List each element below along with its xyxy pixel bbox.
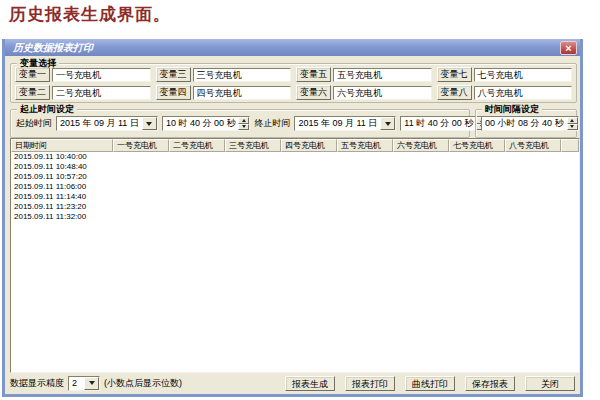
end-date-combo[interactable]: 2015 年 09 月 11 日 [294, 116, 396, 131]
history-report-dialog: 历史数据报表打印 × 变量选择 变量一 一号充电机 变量三 三号充电机 变量五 … [2, 39, 583, 397]
report-table: 日期时间 一号充电机 二号充电机 三号充电机 四号充电机 五号充电机 六号充电机… [10, 138, 580, 373]
precision-value: 2 [69, 377, 84, 390]
spin-down-icon[interactable] [567, 124, 578, 131]
variable-2-button[interactable]: 变量二 [15, 85, 50, 100]
chevron-down-icon[interactable] [380, 117, 395, 130]
column-header-filler [561, 139, 579, 152]
variable-pair-6: 变量六 六号充电机 [296, 85, 432, 100]
variable-pair-3: 变量三 三号充电机 [156, 67, 292, 82]
spin-down-icon[interactable] [238, 124, 249, 131]
variable-pair-8: 变量八 八号充电机 [437, 85, 573, 100]
print-report-button[interactable]: 报表打印 [345, 376, 395, 391]
variable-8-button[interactable]: 变量八 [437, 85, 472, 100]
print-curve-button[interactable]: 曲线打印 [405, 376, 455, 391]
table-row: 2015.09.11 10:40:00 [11, 152, 579, 162]
column-header-charger-7[interactable]: 七号充电机 [449, 139, 505, 152]
variable-2-field[interactable]: 二号充电机 [52, 86, 151, 100]
variable-pair-1: 变量一 一号充电机 [15, 67, 151, 82]
start-time-label: 起始时间 [16, 117, 52, 130]
interval-value: 00 小时 08 分 40 秒 [482, 117, 567, 130]
start-date-combo[interactable]: 2015 年 09 月 11 日 [56, 116, 158, 131]
variable-pair-7: 变量七 七号充电机 [437, 67, 573, 82]
table-row: 2015.09.11 11:14:40 [11, 192, 579, 202]
dialog-title: 历史数据报表打印 [13, 41, 560, 55]
end-time-label: 终止时间 [254, 117, 290, 130]
variable-3-button[interactable]: 变量三 [156, 67, 191, 82]
variable-4-field[interactable]: 四号充电机 [193, 86, 292, 100]
variable-7-button[interactable]: 变量七 [437, 67, 472, 82]
variable-6-field[interactable]: 六号充电机 [333, 86, 432, 100]
variable-7-field[interactable]: 七号充电机 [474, 68, 573, 82]
interval-row: 00 小时 08 分 40 秒 [476, 116, 576, 131]
variable-1-button[interactable]: 变量一 [15, 67, 50, 82]
interval-spinner[interactable]: 00 小时 08 分 40 秒 [481, 116, 579, 131]
column-header-charger-1[interactable]: 一号充电机 [113, 139, 169, 152]
time-range-row: 起始时间 2015 年 09 月 11 日 10 时 40 分 00 秒 终止时… [11, 116, 469, 131]
report-table-header: 日期时间 一号充电机 二号充电机 三号充电机 四号充电机 五号充电机 六号充电机… [11, 139, 579, 152]
chevron-down-icon[interactable] [84, 377, 99, 390]
close-button[interactable]: 关闭 [525, 376, 575, 391]
variable-6-button[interactable]: 变量六 [296, 85, 331, 100]
variable-row-1: 变量一 一号充电机 变量三 三号充电机 变量五 五号充电机 变量七 七号充电机 [11, 67, 576, 82]
variable-1-field[interactable]: 一号充电机 [52, 68, 151, 82]
precision-combo[interactable]: 2 [68, 376, 100, 391]
variable-pair-4: 变量四 四号充电机 [156, 85, 292, 100]
page-heading: 、历史报表生成界面。 [0, 3, 171, 26]
variable-pair-5: 变量五 五号充电机 [296, 67, 432, 82]
table-row: 2015.09.11 10:57:20 [11, 172, 579, 182]
dialog-client-area: 变量选择 变量一 一号充电机 变量三 三号充电机 变量五 五号充电机 变量七 七… [5, 56, 580, 394]
column-header-charger-8[interactable]: 八号充电机 [505, 139, 561, 152]
time-range-label: 起止时间设定 [17, 104, 77, 114]
generate-report-button[interactable]: 报表生成 [285, 376, 335, 391]
table-row: 2015.09.11 11:23:20 [11, 202, 579, 212]
chevron-down-icon[interactable] [142, 117, 157, 130]
table-row: 2015.09.11 11:06:00 [11, 182, 579, 192]
time-range-group: 起止时间设定 起始时间 2015 年 09 月 11 日 10 时 40 分 0… [10, 109, 470, 138]
variable-pair-2: 变量二 二号充电机 [15, 85, 151, 100]
interval-label: 时间间隔设定 [482, 104, 542, 114]
variable-3-field[interactable]: 三号充电机 [193, 68, 292, 82]
variable-5-field[interactable]: 五号充电机 [333, 68, 432, 82]
end-date-value: 2015 年 09 月 11 日 [295, 117, 380, 130]
variable-4-button[interactable]: 变量四 [156, 85, 191, 100]
start-time-spinner[interactable]: 10 时 40 分 00 秒 [162, 116, 251, 131]
column-header-charger-3[interactable]: 三号充电机 [225, 139, 281, 152]
close-icon[interactable]: × [560, 41, 577, 55]
column-header-charger-6[interactable]: 六号充电机 [393, 139, 449, 152]
variable-row-2: 变量二 二号充电机 变量四 四号充电机 变量六 六号充电机 变量八 八号充电机 [11, 85, 576, 100]
column-header-charger-5[interactable]: 五号充电机 [337, 139, 393, 152]
precision-note: (小数点后显示位数) [104, 377, 182, 390]
column-header-charger-2[interactable]: 二号充电机 [169, 139, 225, 152]
variable-5-button[interactable]: 变量五 [296, 67, 331, 82]
variable-selection-group: 变量选择 变量一 一号充电机 变量三 三号充电机 变量五 五号充电机 变量七 七… [10, 63, 577, 103]
end-time-value: 11 时 40 分 00 秒 [401, 117, 476, 130]
interval-group: 时间间隔设定 00 小时 08 分 40 秒 [475, 109, 577, 138]
column-header-datetime[interactable]: 日期时间 [11, 139, 113, 152]
variable-selection-label: 变量选择 [17, 58, 59, 68]
bottom-bar: 数据显示精度 2 (小数点后显示位数) 报表生成 报表打印 曲线打印 保存报表 … [5, 374, 580, 392]
save-report-button[interactable]: 保存报表 [465, 376, 515, 391]
start-date-value: 2015 年 09 月 11 日 [57, 117, 142, 130]
table-row: 2015.09.11 11:32:00 [11, 212, 579, 222]
title-bar[interactable]: 历史数据报表打印 × [5, 39, 580, 56]
column-header-charger-4[interactable]: 四号充电机 [281, 139, 337, 152]
start-time-value: 10 时 40 分 00 秒 [163, 117, 239, 130]
variable-8-field[interactable]: 八号充电机 [474, 86, 573, 100]
precision-label: 数据显示精度 [10, 377, 64, 390]
table-row: 2015.09.11 10:48:40 [11, 162, 579, 172]
